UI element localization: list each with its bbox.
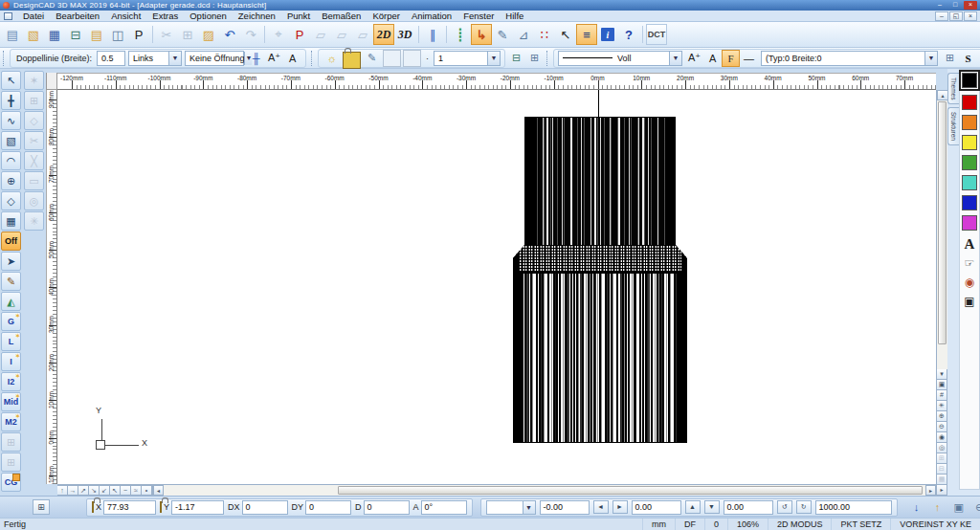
- point-mode-button[interactable]: ⊞: [33, 499, 50, 515]
- paper-space-button[interactable]: P: [128, 24, 149, 45]
- plane-grid-3-button[interactable]: ▱: [352, 24, 373, 45]
- status-cell[interactable]: 0: [704, 519, 727, 530]
- chevron-down-icon[interactable]: ▼: [523, 501, 535, 514]
- edit-gear-tool[interactable]: ✶: [24, 71, 44, 90]
- print-layer-button[interactable]: ⊟: [507, 50, 525, 67]
- view-button-1[interactable]: ↑: [57, 485, 68, 496]
- parallel-mode-button[interactable]: ∥: [422, 24, 443, 45]
- text-attrib-button[interactable]: A: [961, 235, 978, 253]
- status-cell[interactable]: mm: [642, 519, 675, 530]
- snap-intersect-button[interactable]: I: [1, 352, 21, 371]
- circles-tool[interactable]: ◎: [24, 191, 44, 210]
- snap-off-button[interactable]: Off: [1, 232, 21, 251]
- color-red[interactable]: [962, 95, 977, 110]
- double-line-width-input[interactable]: 0.5: [97, 51, 125, 66]
- chevron-down-icon[interactable]: ▼: [168, 52, 181, 65]
- menu-item[interactable]: Hilfe: [500, 11, 529, 21]
- duplicate-tool[interactable]: ⊞: [24, 91, 44, 110]
- zoom-extents-button[interactable]: ◎: [936, 443, 947, 453]
- point-move-button[interactable]: ⌖: [268, 24, 289, 45]
- arc-tool[interactable]: ◠: [1, 151, 21, 170]
- zoom-window-button[interactable]: ◉: [936, 432, 947, 443]
- circle-tool[interactable]: ⊕: [1, 171, 21, 190]
- save-button[interactable]: ▦: [44, 24, 65, 45]
- line-style-select[interactable]: Voll ▼: [558, 51, 682, 66]
- polygon-edit-tool[interactable]: ◇: [24, 111, 44, 130]
- mdi-restore-button[interactable]: ◱: [949, 11, 963, 21]
- view-scale-input[interactable]: 1000.00: [815, 500, 892, 515]
- plane-grid-2-button[interactable]: ▱: [331, 24, 352, 45]
- style-manager-button[interactable]: S: [959, 50, 977, 67]
- snap-midpoint2-button[interactable]: M2: [1, 412, 21, 431]
- array-tool[interactable]: ✳: [24, 211, 44, 231]
- menu-item[interactable]: Zeichnen: [233, 11, 281, 21]
- coordinate-input[interactable]: 0°: [421, 500, 467, 515]
- info-button[interactable]: i: [601, 28, 614, 41]
- snap-grid-button[interactable]: G: [1, 312, 21, 331]
- select-tool[interactable]: ↖: [1, 71, 21, 90]
- line-type-select[interactable]: (Typ:0 Breite:0 ▼: [761, 51, 938, 66]
- save-as-button[interactable]: ▤: [86, 24, 107, 45]
- menu-item[interactable]: Bemaßen: [316, 11, 367, 21]
- coordinate-input[interactable]: 0: [364, 500, 410, 515]
- rotate-x-input[interactable]: -0.00: [540, 500, 590, 515]
- camera-rotate-ccw-button[interactable]: ↺: [777, 500, 792, 514]
- tab-strukturen[interactable]: Strukturen: [947, 107, 959, 145]
- camera-right-button[interactable]: ►: [612, 500, 628, 514]
- snap-extra2-button[interactable]: ⊞: [1, 453, 21, 472]
- view-button-3[interactable]: ↗: [78, 485, 89, 496]
- menu-item[interactable]: Datei: [17, 11, 50, 21]
- erase-tool[interactable]: ▭: [24, 171, 44, 190]
- strip-snap-star-button[interactable]: ✳: [936, 401, 947, 411]
- cut-button[interactable]: ✂: [156, 24, 177, 45]
- dct-button[interactable]: DCT: [646, 24, 667, 45]
- paste-button[interactable]: ▨: [198, 24, 219, 45]
- toolbar-drag-handle[interactable]: [3, 51, 7, 66]
- rotate-z-input[interactable]: 0.00: [724, 500, 773, 515]
- chevron-down-icon[interactable]: ▼: [487, 52, 500, 65]
- box-tool[interactable]: ▧: [1, 131, 21, 150]
- color-green[interactable]: [962, 155, 977, 170]
- coordinate-input[interactable]: 0: [242, 500, 288, 515]
- print-button[interactable]: ⊟: [65, 24, 86, 45]
- menu-item[interactable]: Extras: [146, 11, 184, 21]
- select-polygon-button[interactable]: ⊿: [513, 24, 534, 45]
- view-button-6[interactable]: ↖: [110, 485, 121, 496]
- menu-item[interactable]: Optionen: [184, 11, 233, 21]
- layer-edit-button[interactable]: ✎: [363, 50, 381, 67]
- vertical-scrollbar[interactable]: ▴: [936, 90, 947, 369]
- toolbar-drag-handle[interactable]: [546, 51, 550, 66]
- select-cursor-tool[interactable]: ➤: [1, 252, 21, 271]
- text-size-plus-button[interactable]: A⁺: [265, 50, 283, 67]
- color-black[interactable]: [962, 73, 977, 88]
- camera-left-button[interactable]: ◄: [593, 500, 609, 514]
- camera-down-button[interactable]: ▼: [704, 500, 720, 514]
- status-cell[interactable]: 2D MODUS: [768, 519, 832, 530]
- menu-item[interactable]: Punkt: [281, 11, 316, 21]
- coordinate-input[interactable]: 0: [305, 500, 351, 515]
- opening-select[interactable]: Keine Öffnung ▼: [185, 51, 244, 66]
- text-style-button[interactable]: A: [283, 50, 301, 67]
- polygon-tool[interactable]: ◇: [1, 191, 21, 210]
- ortho-lines-button[interactable]: ┋: [450, 24, 471, 45]
- status-cell[interactable]: 106%: [727, 519, 768, 530]
- coordinate-input[interactable]: -1.17: [171, 500, 224, 515]
- maximize-button[interactable]: □: [948, 1, 962, 10]
- menu-item[interactable]: Ansicht: [105, 11, 146, 21]
- camera-up-button[interactable]: ▲: [685, 500, 701, 514]
- view-button-8[interactable]: ≈: [131, 485, 142, 496]
- color-magenta[interactable]: [962, 215, 977, 231]
- context-help-button[interactable]: ?: [618, 24, 639, 45]
- menu-item[interactable]: Fenster: [457, 11, 500, 21]
- scroll-corner-button[interactable]: ▸: [936, 484, 947, 496]
- undo-button[interactable]: ↶: [219, 24, 240, 45]
- rotate-y-input[interactable]: 0.00: [632, 500, 681, 515]
- pan-down-button[interactable]: ↓: [908, 499, 925, 515]
- lock-icon[interactable]: [160, 502, 162, 512]
- strip-color-box-button[interactable]: ▣: [936, 380, 947, 390]
- coord-axis-button[interactable]: ↳: [471, 24, 492, 45]
- horizontal-scroll-thumb[interactable]: [338, 486, 923, 495]
- plane-grid-1-button[interactable]: ▱: [310, 24, 331, 45]
- view-button-9[interactable]: •: [142, 485, 152, 496]
- font-size-plus-button[interactable]: A⁺: [685, 50, 703, 67]
